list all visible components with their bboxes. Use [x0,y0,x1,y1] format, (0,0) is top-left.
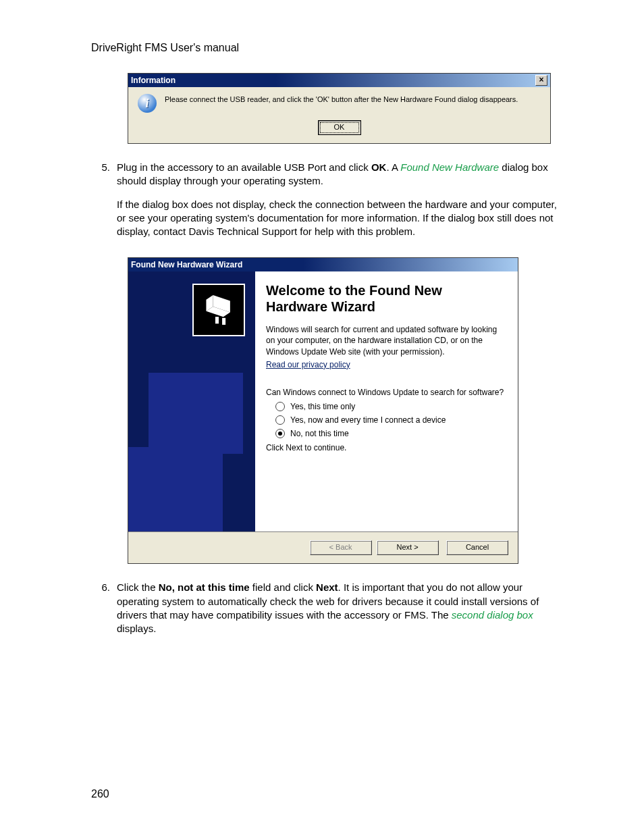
wizard-radio-group: Yes, this time only Yes, now and every t… [266,402,507,438]
bold-next: Next [316,581,338,593]
text: Click the [117,581,159,593]
close-icon[interactable]: × [535,75,547,86]
wizard-heading: Welcome to the Found New Hardware Wizard [266,282,507,315]
text: . A [386,161,400,173]
step-5-number: 5. [91,161,110,248]
page-number: 260 [91,788,109,800]
green-found-new-hardware: Found New Hardware [400,161,499,173]
bold-ok: OK [371,161,387,173]
next-button[interactable]: Next > [377,540,439,555]
radio-icon [275,402,285,411]
wizard-continue-hint: Click Next to continue. [266,442,507,453]
radio-yes-every-time[interactable]: Yes, now and every time I connect a devi… [275,415,507,425]
radio-label: Yes, now and every time I connect a devi… [290,415,446,425]
back-button: < Back [310,540,372,555]
privacy-policy-link[interactable]: Read our privacy policy [266,360,350,369]
svg-rect-3 [215,317,219,323]
step-5-text: Plug in the accessory to an available US… [117,161,562,248]
wizard-footer: < BackNext > Cancel [128,531,518,563]
information-titlebar[interactable]: Information × [128,74,550,87]
svg-rect-4 [222,318,225,325]
information-body: i Please connect the USB reader, and cli… [128,87,550,116]
wizard-body: Welcome to the Found New Hardware Wizard… [128,271,518,531]
document-page: DriveRight FMS User's manual Information… [0,0,644,834]
bold-no-not-at-this-time: No, not at this time [159,581,250,593]
radio-icon [275,415,285,425]
radio-label: Yes, this time only [290,402,355,411]
text: field and click [250,581,316,593]
information-button-row: OK [128,116,550,143]
text: Plug in the accessory to an available US… [117,161,371,173]
info-icon: i [138,94,157,113]
step-5-paragraph-2: If the dialog box does not display, chec… [117,198,562,239]
step-6: 6. Click the No, not at this time field … [91,581,562,645]
radio-no-not-this-time[interactable]: No, not this time [275,429,507,438]
step-6-text: Click the No, not at this time field and… [117,581,562,645]
text: displays. [117,623,156,634]
wizard-titlebar[interactable]: Found New Hardware Wizard [128,258,518,271]
radio-yes-this-time[interactable]: Yes, this time only [275,402,507,411]
step-6-number: 6. [91,581,110,645]
wizard-question: Can Windows connect to Windows Update to… [266,387,507,398]
information-message: Please connect the USB reader, and click… [165,94,518,103]
cancel-button[interactable]: Cancel [446,540,508,555]
wizard-intro: Windows will search for current and upda… [266,324,507,357]
hardware-icon [192,284,245,336]
radio-icon [275,429,285,438]
step-5: 5. Plug in the accessory to an available… [91,161,562,248]
information-dialog: Information × i Please connect the USB r… [128,73,551,144]
ok-button[interactable]: OK [318,120,361,135]
information-title-text: Information [131,74,535,87]
green-second-dialog-box: second dialog box [452,609,533,621]
doc-header: DriveRight FMS User's manual [91,42,562,54]
wizard-content: Welcome to the Found New Hardware Wizard… [255,271,518,531]
found-new-hardware-wizard-dialog: Found New Hardware Wizard [128,257,518,564]
wizard-sidebar-graphic [128,271,255,531]
radio-label: No, not this time [290,429,349,438]
